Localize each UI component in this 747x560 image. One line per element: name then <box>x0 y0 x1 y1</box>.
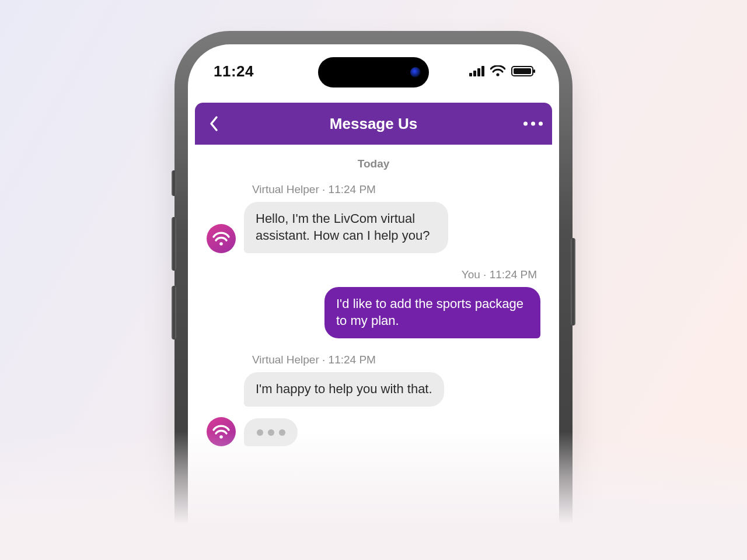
svg-point-0 <box>496 73 499 76</box>
typing-indicator <box>244 418 298 446</box>
phone-side-button <box>172 170 176 196</box>
message-row <box>207 417 540 446</box>
back-button[interactable] <box>204 114 224 134</box>
date-separator: Today <box>207 158 540 170</box>
phone-side-button <box>172 217 176 271</box>
cellular-icon <box>469 66 484 76</box>
message-meta: Virtual Helper · 11:24 PM <box>252 354 540 366</box>
status-icons <box>469 65 533 77</box>
message-row: I'd like to add the sports package to my… <box>207 287 540 338</box>
svg-point-2 <box>219 435 223 439</box>
agent-message: I'm happy to help you with that. <box>244 372 444 407</box>
more-button[interactable] <box>523 122 543 126</box>
message-row: Hello, I'm the LivCom virtual assistant.… <box>207 202 540 253</box>
phone-screen: 11:24 Message Us <box>188 44 559 560</box>
wifi-icon <box>490 65 505 77</box>
battery-icon <box>511 66 533 76</box>
message-meta: You · 11:24 PM <box>207 268 537 281</box>
status-time: 11:24 <box>214 62 254 80</box>
agent-message: Hello, I'm the LivCom virtual assistant.… <box>244 202 448 253</box>
message-row: I'm happy to help you with that. <box>207 372 540 407</box>
phone-side-button <box>172 286 176 340</box>
dynamic-island <box>318 57 429 88</box>
user-message: I'd like to add the sports package to my… <box>324 287 540 338</box>
chat-pane[interactable]: Today Virtual Helper · 11:24 PM Hello, I… <box>195 145 552 560</box>
chat-header: Message Us <box>195 103 552 145</box>
phone-frame: 11:24 Message Us <box>177 34 570 560</box>
agent-avatar-icon <box>207 224 236 253</box>
agent-avatar-icon <box>207 417 236 446</box>
phone-side-button <box>571 238 575 326</box>
svg-point-1 <box>219 242 223 246</box>
header-title: Message Us <box>330 115 417 133</box>
message-meta: Virtual Helper · 11:24 PM <box>252 183 540 196</box>
